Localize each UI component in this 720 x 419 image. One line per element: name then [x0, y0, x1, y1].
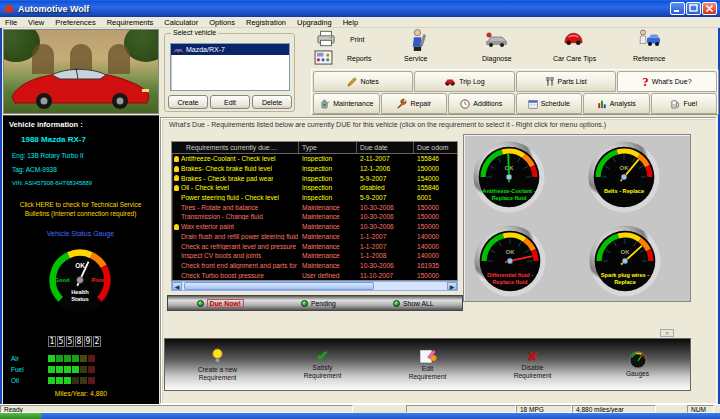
menu-file[interactable]: File	[5, 18, 17, 27]
table-row[interactable]: Brakes - Check brake pad wearInspection5…	[172, 173, 457, 183]
tab-maintenance[interactable]: Maintenance	[313, 93, 380, 114]
menu-options[interactable]: Options	[209, 18, 235, 27]
led-icon	[393, 300, 400, 307]
window-title: Automotive Wolf	[18, 4, 669, 14]
table-row[interactable]: Tires - Rotate and balanceMaintenance10-…	[172, 202, 457, 212]
odometer-digit: 5	[66, 336, 74, 347]
start-button[interactable]	[0, 413, 42, 419]
table-row[interactable]: Check Turbo boost pressureUser defined11…	[172, 270, 457, 280]
tab-notes[interactable]: Notes	[313, 71, 413, 92]
car-care-tips-label[interactable]: Car Care Tips	[553, 55, 596, 62]
menu-bar: File View Preferences Requirements Calcu…	[0, 17, 720, 28]
table-row[interactable]: Inspect CV boots and jointsMaintenance1-…	[172, 251, 457, 261]
minimize-button[interactable]	[670, 2, 685, 15]
car-care-tips-icon[interactable]	[563, 32, 584, 50]
req-due-date: 2-11-2007	[357, 155, 414, 162]
filter-due-now[interactable]: Due Now!	[197, 299, 244, 308]
table-row[interactable]: Oil - Check levelInspectiondisabled15584…	[172, 183, 457, 193]
disable-requirement-button[interactable]: ✘ DisableRequirement	[488, 350, 578, 380]
satisfy-requirement-button[interactable]: ✔ SatisfyRequirement	[278, 349, 368, 380]
req-due-date: 12-1-2006	[357, 165, 414, 172]
table-row[interactable]: Wax exterior paintMaintenance10-30-20061…	[172, 222, 457, 232]
tab-fuel[interactable]: Fuel	[651, 93, 718, 114]
reference-label[interactable]: Reference	[633, 55, 665, 62]
reports-icon[interactable]	[314, 50, 333, 69]
table-row[interactable]: Antifreeze-Coolant - Check levelInspecti…	[172, 154, 457, 164]
bell-icon	[174, 185, 179, 191]
col-type: Type	[299, 142, 357, 153]
diagnose-label[interactable]: Diagnose	[482, 55, 512, 62]
service-label[interactable]: Service	[404, 55, 427, 62]
action-label: Edit	[422, 365, 433, 372]
tab-schedule[interactable]: Schedule	[516, 93, 583, 114]
req-due-odom: 150000	[414, 165, 455, 172]
chevron-down-icon[interactable]: ▼	[660, 329, 674, 337]
table-row[interactable]: Brakes- Check brake fluid levelInspectio…	[172, 164, 457, 174]
reference-icon[interactable]	[637, 29, 661, 52]
tsb-link[interactable]: Click HERE to check for Technical Servic…	[9, 201, 152, 219]
tab-label: Analysis	[610, 100, 636, 107]
req-type: Inspection	[299, 184, 357, 191]
gauge-label-line2: Replace fluid	[493, 279, 528, 285]
col-requirements: Requirements currently due....	[172, 142, 299, 153]
gauges-button[interactable]: Gauges	[593, 351, 683, 378]
scroll-right-arrow[interactable]: ▶	[447, 282, 457, 290]
status-mpg: 18 MPG	[516, 405, 572, 413]
print-label[interactable]: Print	[350, 36, 364, 43]
req-due-odom: 150000	[414, 272, 455, 279]
edit-button[interactable]: Edit	[210, 95, 250, 109]
service-icon[interactable]	[410, 29, 427, 56]
vehicle-status-gauge-link[interactable]: Vehicle Status Gauge	[9, 230, 152, 237]
table-row[interactable]: Drain flush and refill power steering fl…	[172, 232, 457, 242]
tab-analysis[interactable]: Analysis	[583, 93, 650, 114]
maximize-button[interactable]	[686, 2, 701, 15]
delete-button[interactable]: Delete	[252, 95, 292, 109]
air-label: Air	[11, 355, 27, 362]
col-due-date: Due date	[357, 142, 414, 153]
gauge-ok-label: OK	[620, 165, 630, 171]
vehicle-listbox[interactable]: Mazda/RX-7	[170, 43, 290, 91]
diagnose-icon[interactable]	[484, 31, 508, 51]
req-name: Brakes- Check brake fluid level	[181, 165, 272, 172]
menu-requirements[interactable]: Requirements	[107, 18, 154, 27]
menu-calculator[interactable]: Calculator	[164, 18, 198, 27]
table-row[interactable]: Check front end alignment and parts for …	[172, 261, 457, 271]
filter-pending[interactable]: Pending	[301, 300, 336, 307]
tab-trip-log[interactable]: Trip Log	[414, 71, 514, 92]
odometer-display: 1 5 5 8 9 2	[48, 336, 101, 347]
table-row[interactable]: Power steering fluid - Check levelInspec…	[172, 193, 457, 203]
create-button[interactable]: Create	[168, 95, 208, 109]
create-requirement-button[interactable]: Create a newRequirement	[173, 348, 263, 382]
table-row[interactable]: Check ac refrigerant level and pressureM…	[172, 241, 457, 251]
tab-additions[interactable]: Additions	[448, 93, 515, 114]
level-cell	[56, 377, 63, 384]
status-miles-year: 4,880 miles/year	[572, 405, 656, 413]
menu-registration[interactable]: Registration	[246, 18, 286, 27]
menu-view[interactable]: View	[28, 18, 44, 27]
tab-whats-due[interactable]: ? What's Due?	[617, 71, 717, 92]
filter-bar: Due Now! Pending Show ALL	[167, 295, 463, 311]
vehicle-list-item[interactable]: Mazda/RX-7	[171, 44, 289, 55]
req-type: Inspection	[299, 155, 357, 162]
req-due-date: 10-30-2006	[357, 213, 414, 220]
scroll-left-arrow[interactable]: ◀	[172, 282, 182, 290]
tab-repair[interactable]: Repair	[381, 93, 448, 114]
edit-requirement-button[interactable]: EditRequirement	[383, 348, 473, 381]
action-label: Disable	[522, 364, 544, 371]
tab-parts-list[interactable]: Parts List	[516, 71, 616, 92]
print-icon[interactable]	[317, 30, 335, 51]
scroll-thumb[interactable]	[184, 282, 374, 290]
filter-label: Pending	[311, 300, 336, 307]
req-name: Check ac refrigerant level and pressure	[181, 243, 296, 250]
close-button[interactable]	[702, 2, 717, 15]
reports-label[interactable]: Reports	[347, 55, 372, 62]
menu-upgrading[interactable]: Upgrading	[297, 18, 332, 27]
table-row[interactable]: Transmission - Change fluidMaintenance10…	[172, 212, 457, 222]
filter-show-all[interactable]: Show ALL	[393, 300, 434, 307]
menu-help[interactable]: Help	[343, 18, 358, 27]
bell-icon	[174, 156, 179, 162]
vehicle-engine: Eng: 13B Rotary Turbo II	[12, 152, 84, 159]
level-cell	[72, 355, 79, 362]
table-hscrollbar[interactable]: ◀ ▶	[171, 281, 458, 291]
menu-preferences[interactable]: Preferences	[55, 18, 95, 27]
